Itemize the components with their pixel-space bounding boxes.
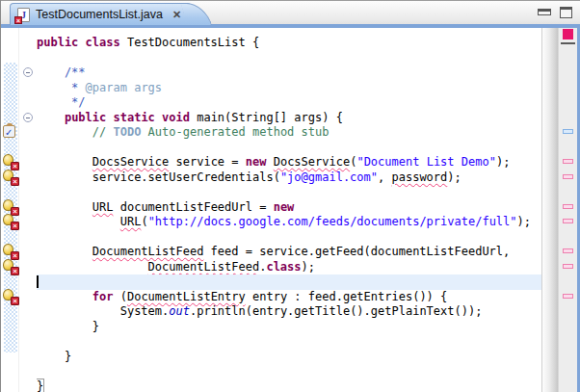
code-segment xyxy=(37,260,148,274)
error-x-icon: × xyxy=(11,267,19,275)
code-line[interactable]: } xyxy=(37,350,541,365)
maximize-icon[interactable] xyxy=(560,7,572,18)
code-line[interactable]: // TODO Auto-generated method stub xyxy=(37,125,541,141)
error-quickfix-marker-icon[interactable]: × xyxy=(3,214,18,229)
code-segment: /** xyxy=(37,65,86,79)
code-line[interactable]: DocsService service = new DocsService("D… xyxy=(37,155,541,170)
eclipse-editor-window: J × TestDocumentsList.java ✕ ××××××× pub… xyxy=(0,0,580,392)
code-segment: service.setUserCredentials( xyxy=(37,170,280,184)
code-line[interactable]: * @param args xyxy=(37,81,541,96)
code-segment: service = xyxy=(169,155,245,169)
code-segment: class xyxy=(266,260,301,274)
code-line[interactable] xyxy=(37,51,541,66)
code-line[interactable] xyxy=(37,141,541,156)
code-line[interactable] xyxy=(37,364,541,379)
error-quickfix-marker-icon[interactable]: × xyxy=(3,154,18,170)
code-line[interactable]: DocumentListFeed.class); xyxy=(37,260,541,275)
error-quickfix-marker-icon[interactable]: × xyxy=(3,289,18,304)
code-segment xyxy=(37,111,65,124)
code-segment: Auto-generated method stub xyxy=(141,125,329,139)
current-code-line[interactable] xyxy=(37,274,541,290)
code-segment: entry : feed.getEntries()) { xyxy=(246,290,448,303)
code-segment: "Document List Demo" xyxy=(356,155,496,169)
code-segment: ); xyxy=(302,260,315,274)
view-controls xyxy=(538,7,572,18)
code-segment: @param args xyxy=(86,81,162,94)
annotation-ruler[interactable]: ××××××× xyxy=(1,28,19,392)
code-line[interactable] xyxy=(37,334,541,350)
error-badge-icon: × xyxy=(14,16,22,24)
java-file-error-icon: J × xyxy=(17,8,30,22)
tab-testdocumentslist[interactable]: J × TestDocumentsList.java ✕ xyxy=(10,3,190,25)
code-segment xyxy=(37,215,120,228)
close-icon[interactable]: ✕ xyxy=(172,9,181,21)
code-segment: new xyxy=(274,200,295,214)
error-x-icon: × xyxy=(11,297,19,305)
code-segment: ( xyxy=(113,290,126,303)
code-segment xyxy=(37,290,92,303)
code-segment: DocumentListEntry xyxy=(127,290,246,303)
code-line[interactable]: public static void main(String[] args) { xyxy=(37,111,541,126)
code-line[interactable]: URL documentListFeedUrl = new xyxy=(37,200,541,216)
vertical-scrollbar[interactable] xyxy=(541,28,558,392)
error-x-icon: × xyxy=(11,177,19,186)
minimize-icon[interactable] xyxy=(538,9,551,15)
overview-separator xyxy=(561,42,575,44)
overview-error-marker[interactable] xyxy=(563,248,573,253)
code-segment: URL xyxy=(92,200,114,214)
code-line[interactable] xyxy=(37,185,541,200)
code-line[interactable]: System.out.println(entry.getTitle().getP… xyxy=(37,304,541,320)
code-line[interactable]: } xyxy=(37,320,541,335)
code-line[interactable]: for (DocumentListEntry entry : feed.getE… xyxy=(37,290,541,305)
code-segment: ); xyxy=(447,170,461,184)
task-marker-icon[interactable] xyxy=(3,124,18,140)
code-segment: } xyxy=(37,379,43,392)
code-segment: "jo@gmail.com" xyxy=(280,170,378,184)
error-quickfix-marker-icon[interactable]: × xyxy=(3,259,18,274)
code-segment: ); xyxy=(496,155,510,169)
error-x-icon: × xyxy=(11,222,19,230)
code-segment: public class xyxy=(37,36,120,49)
code-line[interactable]: public class TestDocumentsList { xyxy=(37,36,541,51)
overview-error-marker[interactable] xyxy=(563,159,573,164)
editor-tab-bar: J × TestDocumentsList.java ✕ xyxy=(1,0,580,24)
code-segment: main(String[] args) { xyxy=(190,111,343,124)
code-segment: TODO xyxy=(113,125,141,139)
code-line[interactable]: */ xyxy=(37,95,541,111)
overview-error-marker[interactable] xyxy=(563,264,573,269)
code-line[interactable]: URL("http://docs.google.com/feeds/docume… xyxy=(37,215,541,230)
clipboard-check-icon xyxy=(3,125,15,138)
code-line[interactable]: } xyxy=(37,379,541,392)
overview-error-marker[interactable] xyxy=(563,294,573,299)
code-segment: feed = service.getFeed(documentListFeedU… xyxy=(203,245,510,258)
code-line[interactable]: DocumentListFeed feed = service.getFeed(… xyxy=(37,245,541,260)
overview-ruler[interactable] xyxy=(558,28,580,392)
code-segment: TestDocumentsList { xyxy=(120,36,260,49)
code-line[interactable] xyxy=(37,230,541,246)
code-segment: DocsService xyxy=(274,155,350,169)
overview-error-marker[interactable] xyxy=(563,219,573,223)
code-segment: DocumentListFeed xyxy=(148,260,260,274)
code-segment: * xyxy=(37,81,86,94)
code-segment: System. xyxy=(37,304,169,318)
overview-error-marker[interactable] xyxy=(563,204,573,209)
code-segment: URL xyxy=(120,215,142,228)
error-summary-marker[interactable] xyxy=(563,29,573,39)
folding-ruler[interactable] xyxy=(19,28,37,392)
code-line[interactable]: service.setUserCredentials("jo@gmail.com… xyxy=(37,170,541,186)
code-segment xyxy=(266,155,273,169)
collapse-fold-icon[interactable] xyxy=(23,113,33,122)
code-segment: new xyxy=(246,155,267,169)
overview-task-marker[interactable] xyxy=(563,129,573,134)
code-segment xyxy=(37,155,92,169)
overview-error-marker[interactable] xyxy=(563,174,573,179)
collapse-fold-icon[interactable] xyxy=(23,67,33,77)
code-line[interactable]: /** xyxy=(37,65,541,81)
text-cursor xyxy=(37,275,39,288)
code-segment: "http://docs.google.com/feeds/documents/… xyxy=(148,215,517,228)
code-segment: out xyxy=(169,304,190,318)
error-quickfix-marker-icon[interactable]: × xyxy=(3,199,18,215)
error-quickfix-marker-icon[interactable]: × xyxy=(3,170,18,185)
code-editor[interactable]: public class TestDocumentsList { /** * @… xyxy=(37,28,541,392)
error-quickfix-marker-icon[interactable]: × xyxy=(3,244,18,259)
